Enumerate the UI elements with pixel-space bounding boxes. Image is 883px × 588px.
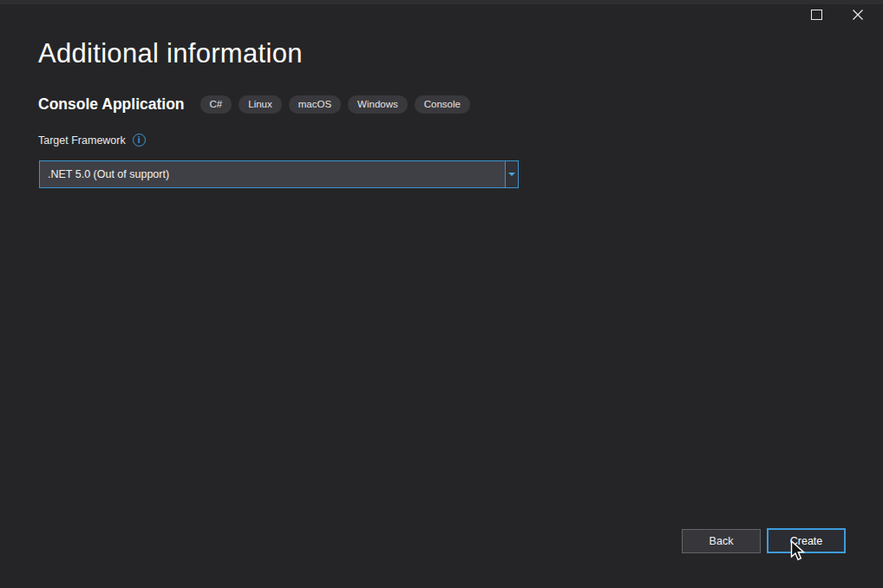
additional-information-dialog: Additional information Console Applicati…: [0, 0, 883, 588]
tag-language: C#: [200, 95, 232, 114]
back-button[interactable]: Back: [682, 529, 761, 553]
target-framework-label: Target Framework: [38, 134, 126, 147]
tag-platform-macos: macOS: [289, 95, 341, 114]
titlebar-controls: [796, 2, 878, 28]
maximize-button[interactable]: [796, 2, 837, 28]
target-framework-selected-value: .NET 5.0 (Out of support): [40, 161, 505, 187]
tag-platform-linux: Linux: [239, 95, 282, 114]
project-row: Console Application C# Linux macOS Windo…: [38, 95, 477, 114]
tag-platform-windows: Windows: [348, 95, 408, 114]
target-framework-row: Target Framework i: [38, 134, 146, 147]
close-button[interactable]: [837, 2, 878, 28]
target-framework-dropdown[interactable]: .NET 5.0 (Out of support): [39, 160, 519, 188]
window-top-border: [0, 0, 883, 4]
close-icon: [852, 9, 864, 21]
maximize-icon: [811, 10, 822, 20]
page-title: Additional information: [38, 38, 303, 69]
chevron-down-icon: [508, 173, 515, 176]
info-icon[interactable]: i: [133, 134, 146, 147]
dropdown-arrow-button[interactable]: [505, 161, 518, 187]
tag-project-type: Console: [415, 95, 470, 114]
create-button[interactable]: Create: [767, 528, 846, 553]
project-type-name: Console Application: [38, 95, 185, 114]
